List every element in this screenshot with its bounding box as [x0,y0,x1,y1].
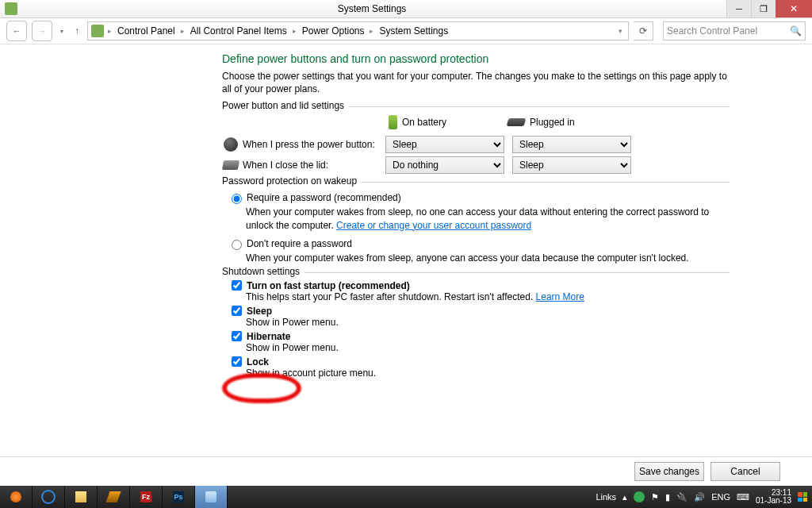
hibernate-label: Hibernate [247,331,290,342]
lid-icon [222,160,239,170]
page-intro: Choose the power settings that you want … [222,70,730,95]
network-icon[interactable]: ▮ [665,492,670,502]
power-button-battery-select[interactable]: Sleep [385,136,504,153]
create-password-link[interactable]: Create or change your user account passw… [336,220,531,231]
dont-require-password-label: Don't require a password [247,238,352,249]
history-dropdown[interactable]: ▾ [57,28,67,35]
winamp-icon[interactable] [98,486,130,508]
hibernate-desc: Show in Power menu. [246,342,730,353]
chevron-right-icon: ▸ [367,27,376,35]
hibernate-checkbox[interactable] [232,331,242,341]
chevron-right-icon: ▸ [105,27,114,35]
group-legend: Power button and lid settings [222,100,349,111]
close-lid-plugged-select[interactable]: Sleep [512,156,631,174]
maximize-button[interactable]: ❐ [751,0,776,17]
power-button-icon [224,137,238,152]
fast-startup-label: Turn on fast startup (recommended) [247,280,410,291]
taskbar[interactable]: Fz Ps Links ▴ ⚑ ▮ 🔌 🔊 ENG ⌨ 23:11 01-Jan… [0,486,812,508]
title-bar: System Settings ─ ❐ ✕ [0,0,812,18]
breadcrumb-item[interactable]: All Control Panel Items [189,25,289,37]
language-indicator[interactable]: ENG [711,492,730,502]
plug-icon [507,118,527,126]
search-placeholder: Search Control Panel [667,25,757,37]
window-title: System Settings [17,3,726,14]
require-password-desc: When your computer wakes from sleep, no … [246,206,730,231]
links-toolbar[interactable]: Links [596,492,616,502]
on-battery-label: On battery [402,117,446,128]
plugged-in-header: Plugged in [508,115,626,129]
password-protection-group: Password protection on wakeup Require a … [222,182,730,264]
action-bar: Save changes Cancel [0,456,812,486]
power-button-plugged-select[interactable]: Sleep [512,136,631,153]
chevron-right-icon: ▸ [178,27,187,35]
action-center-icon[interactable]: ⚑ [651,492,659,502]
lock-label: Lock [247,356,269,368]
file-explorer-icon[interactable] [65,486,98,508]
chevron-right-icon: ▸ [290,27,299,35]
up-button[interactable]: ↑ [71,25,82,37]
ie-icon[interactable] [33,486,65,508]
breadcrumb-item[interactable]: Control Panel [116,25,177,37]
learn-more-link[interactable]: Learn More [536,291,584,302]
lock-desc: Show in account picture menu. [246,368,730,379]
close-lid-label: When I close the lid: [243,160,382,171]
minimize-button[interactable]: ─ [726,0,751,17]
input-indicator-icon[interactable]: ⌨ [737,492,749,502]
sleep-label: Sleep [247,306,272,317]
group-legend: Shutdown settings [222,266,304,277]
close-lid-battery-select[interactable]: Do nothing [385,156,504,174]
search-input[interactable]: Search Control Panel 🔍 [663,21,806,40]
refresh-button[interactable]: ⟳ [634,21,653,40]
tray-icon[interactable] [634,491,645,502]
fast-startup-checkbox[interactable] [232,280,242,291]
power-button-label: When I press the power button: [243,139,382,150]
nav-bar: ← → ▾ ↑ ▸ Control Panel ▸ All Control Pa… [0,18,812,44]
group-legend: Password protection on wakeup [222,175,362,187]
photoshop-icon[interactable]: Ps [163,486,195,508]
battery-icon [389,115,397,129]
back-button[interactable]: ← [6,21,27,41]
chevron-up-icon[interactable]: ▴ [622,492,627,502]
forward-button[interactable]: → [32,21,52,41]
page-heading: Define power buttons and turn on passwor… [222,52,730,65]
on-battery-header: On battery [389,115,508,129]
start-charm-icon[interactable] [798,492,807,502]
lock-checkbox[interactable] [232,356,242,367]
volume-icon[interactable]: 🔊 [694,492,705,502]
breadcrumb[interactable]: ▸ Control Panel ▸ All Control Panel Item… [87,21,629,40]
control-panel-icon [91,25,104,37]
cancel-button[interactable]: Cancel [710,462,780,481]
close-button[interactable]: ✕ [776,0,812,17]
fast-startup-desc: This helps start your PC faster after sh… [246,291,730,302]
shutdown-settings-group: Shutdown settings Turn on fast startup (… [222,272,730,379]
sleep-desc: Show in Power menu. [246,317,730,328]
clock[interactable]: 23:11 01-Jan-13 [756,489,791,505]
sleep-checkbox[interactable] [232,306,242,316]
system-tray: Links ▴ ⚑ ▮ 🔌 🔊 ENG ⌨ 23:11 01-Jan-13 [591,489,812,505]
power-icon[interactable]: 🔌 [676,492,688,502]
content-area: Define power buttons and turn on passwor… [0,44,812,457]
require-password-label: Require a password (recommended) [247,192,401,203]
control-panel-icon [5,2,17,15]
dont-require-password-desc: When your computer wakes from sleep, any… [246,252,730,264]
control-panel-taskbar-icon[interactable] [195,486,228,508]
filezilla-icon[interactable]: Fz [130,486,163,508]
power-button-lid-group: Power button and lid settings On battery… [222,106,730,174]
search-icon: 🔍 [790,25,802,37]
breadcrumb-item[interactable]: Power Options [301,25,366,37]
dont-require-password-radio[interactable] [232,240,242,250]
require-password-radio[interactable] [232,194,242,204]
chevron-down-icon[interactable]: ▾ [616,27,625,35]
save-changes-button[interactable]: Save changes [634,462,704,481]
window-buttons: ─ ❐ ✕ [726,0,812,17]
firefox-icon[interactable] [0,486,33,508]
plugged-in-label: Plugged in [530,117,575,128]
breadcrumb-item[interactable]: System Settings [377,25,450,37]
